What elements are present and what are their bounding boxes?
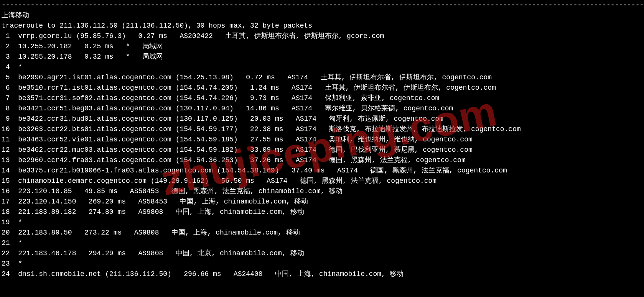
hop-list: 1 vrrp.gcore.lu (95.85.76.3) 0.27 ms AS2… <box>2 32 521 278</box>
divider-line: ----------------------------------------… <box>2 1 644 9</box>
traceroute-header: traceroute to 211.136.112.50 (211.136.11… <box>2 22 312 30</box>
route-title: 上海移动 <box>2 11 29 19</box>
terminal-output: ----------------------------------------… <box>0 0 644 279</box>
